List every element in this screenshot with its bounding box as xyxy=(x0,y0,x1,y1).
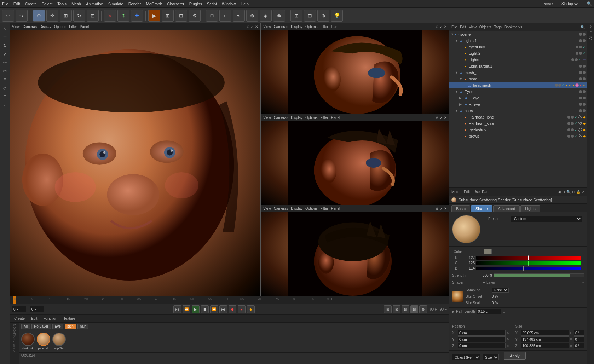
vp-mr-view[interactable]: View xyxy=(263,116,271,120)
triangle-icon[interactable]: ▶ xyxy=(452,310,455,313)
mat-item-mip-sat[interactable]: Mip/Sat xyxy=(52,333,66,350)
tool-paint[interactable]: ✏ xyxy=(1,59,9,67)
z-axis-btn[interactable]: ✚ xyxy=(131,10,143,22)
transport-next[interactable]: ⏩ xyxy=(210,305,218,313)
shader-tab-advanced[interactable]: Advanced xyxy=(493,205,520,212)
size-y-input[interactable] xyxy=(521,336,569,342)
b-track[interactable] xyxy=(476,267,581,270)
pos-x-input[interactable] xyxy=(458,330,506,336)
obj-row-scene[interactable]: ▼ L0 scene xyxy=(449,31,587,37)
filter-eye[interactable]: Eye xyxy=(52,324,63,329)
obj-row-eyes[interactable]: ▼ L0 Eyes xyxy=(449,88,587,95)
vp-br-display[interactable]: Display xyxy=(291,207,302,210)
shader-tab-basic[interactable]: Basic xyxy=(451,205,470,212)
vp-tr-display[interactable]: Display xyxy=(291,25,302,29)
apply-button[interactable]: Apply xyxy=(504,352,526,360)
spline-btn[interactable]: ∿ xyxy=(233,10,245,22)
obj-row-hairhead-short[interactable]: ▶ ● Hairhead_short ✓ ◆ xyxy=(449,120,587,127)
size-b-input[interactable] xyxy=(574,343,584,348)
props-mode-edit[interactable]: Edit xyxy=(464,190,470,194)
tab-texture[interactable]: Texture xyxy=(62,316,77,321)
transport-keyframe[interactable]: ◆ xyxy=(247,305,255,313)
vp-main-view[interactable]: View xyxy=(12,25,20,29)
vp-main-options[interactable]: Options xyxy=(54,25,66,29)
vp-br-filter[interactable]: Filter xyxy=(320,207,328,210)
transform-tool-btn[interactable]: ⊡ xyxy=(87,10,99,22)
expand-hairs[interactable]: ▼ xyxy=(455,109,459,112)
tool-weld[interactable]: ◦ xyxy=(1,101,9,109)
obj-row-leye[interactable]: ▶ L0 L_eye xyxy=(449,95,587,101)
size-p-input[interactable] xyxy=(574,336,584,342)
obj-menu-objects[interactable]: Objects xyxy=(479,25,491,29)
obj-row-light[interactable]: ▶ ● Lights ✓ ✛ xyxy=(449,57,587,63)
sweep-btn[interactable]: ⊛ xyxy=(246,10,258,22)
render-anim-btn[interactable]: ⊡ xyxy=(175,10,187,22)
transport-record[interactable]: ⏺ xyxy=(229,305,236,313)
move-tool-btn[interactable]: ✛ xyxy=(46,10,58,22)
obj-row-mesh[interactable]: ▼ L0 mesh_ xyxy=(449,69,587,76)
xtra-btn5[interactable]: ⊕ xyxy=(419,305,427,313)
obj-menu-view[interactable]: View xyxy=(469,25,477,29)
vp-tr-pan[interactable]: Pan xyxy=(331,25,338,29)
obj-row-lighttarget[interactable]: ▶ ● Light.Target.1 xyxy=(449,63,587,69)
vp-mr-panel[interactable]: Panel xyxy=(331,116,340,120)
path-length-stepper[interactable]: ⊡ xyxy=(503,310,506,313)
expand-head[interactable]: ▼ xyxy=(459,77,463,81)
vp-br-close-icon[interactable]: ✕ xyxy=(444,207,447,210)
props-copy-icon[interactable]: ⊡ xyxy=(572,190,575,194)
vp-main-display[interactable]: Display xyxy=(40,25,51,29)
size-mode-select[interactable]: Size xyxy=(483,354,499,360)
vp-tr-view[interactable]: View xyxy=(263,25,271,29)
menu-simulate[interactable]: Simulate xyxy=(108,2,123,6)
menu-mograph[interactable]: MoGraph xyxy=(146,2,162,6)
r-track[interactable] xyxy=(476,256,581,260)
frame-start-input[interactable] xyxy=(12,306,26,312)
menu-create[interactable]: Create xyxy=(25,2,37,6)
null-btn[interactable]: ○ xyxy=(219,10,231,22)
vp-tr-options[interactable]: Options xyxy=(305,25,317,29)
transport-begin[interactable]: ⏮ xyxy=(173,305,181,313)
tool-select[interactable]: ↖ xyxy=(1,25,9,33)
size-x-input[interactable] xyxy=(521,330,569,336)
x-axis-btn[interactable]: ✕ xyxy=(104,10,116,22)
vp-main-expand-icon[interactable]: ⤢ xyxy=(251,25,254,29)
obj-row-headmesh[interactable]: ▶ △ headmesh ✓ ▲ ▲ ▲ ▲ ✦ xyxy=(449,82,587,88)
props-close-icon[interactable]: ✕ xyxy=(582,190,585,194)
filter-no-layer[interactable]: No Layer xyxy=(31,324,51,329)
tool-scale[interactable]: ⤢ xyxy=(1,50,9,58)
strength-track[interactable] xyxy=(494,273,584,277)
menu-tools[interactable]: Tools xyxy=(57,2,67,6)
pos-y-input[interactable] xyxy=(458,336,506,342)
obj-row-hairhead-long[interactable]: ▶ ● Hairhead_long ✓ ◆ xyxy=(449,114,587,120)
y-axis-btn[interactable]: ⊕ xyxy=(117,10,129,22)
expand-scene[interactable]: ▼ xyxy=(451,33,454,36)
tool-knife[interactable]: ✂ xyxy=(1,67,9,75)
menu-render[interactable]: Render xyxy=(128,2,141,6)
menu-file[interactable]: File xyxy=(2,2,8,6)
render-btn[interactable]: ▶ xyxy=(148,10,160,22)
deform-btn[interactable]: ⊗ xyxy=(273,10,285,22)
tool-extrude[interactable]: ⊞ xyxy=(1,76,9,83)
obj-menu-file[interactable]: File xyxy=(451,25,457,29)
vp-mr-options[interactable]: Options xyxy=(305,116,317,120)
expand-eyes[interactable]: ▼ xyxy=(455,90,459,93)
vp-main-panel[interactable]: Panel xyxy=(80,25,89,29)
filter-hair[interactable]: hair xyxy=(77,324,88,329)
viewport-mid-right[interactable]: View Cameras Display Options Filter Pane… xyxy=(261,114,449,205)
menu-plugins[interactable]: Plugins xyxy=(189,2,202,6)
vp-mr-close-icon[interactable]: ✕ xyxy=(444,116,447,120)
vp-br-options[interactable]: Options xyxy=(305,207,317,210)
vp-tr-expand-icon[interactable]: ⤢ xyxy=(440,25,443,29)
menu-edit[interactable]: Edit xyxy=(13,2,20,6)
tab-create[interactable]: Create xyxy=(12,316,27,321)
xtra-btn3[interactable]: ⊡ xyxy=(402,305,409,313)
menu-help[interactable]: Help xyxy=(241,2,249,6)
obj-row-light2[interactable]: ▶ ● Light.2 ✓ xyxy=(449,50,587,57)
render-region-btn[interactable]: ⊞ xyxy=(162,10,174,22)
vp-br-move-icon[interactable]: ⊕ xyxy=(436,207,438,210)
obj-row-reye[interactable]: ▶ L0 R_eye xyxy=(449,101,587,108)
tool-bevel[interactable]: ◇ xyxy=(1,84,9,92)
expand-eyesonly[interactable]: ▶ xyxy=(459,45,463,49)
cube-btn[interactable]: □ xyxy=(206,10,218,22)
vp-mr-display[interactable]: Display xyxy=(291,116,302,120)
